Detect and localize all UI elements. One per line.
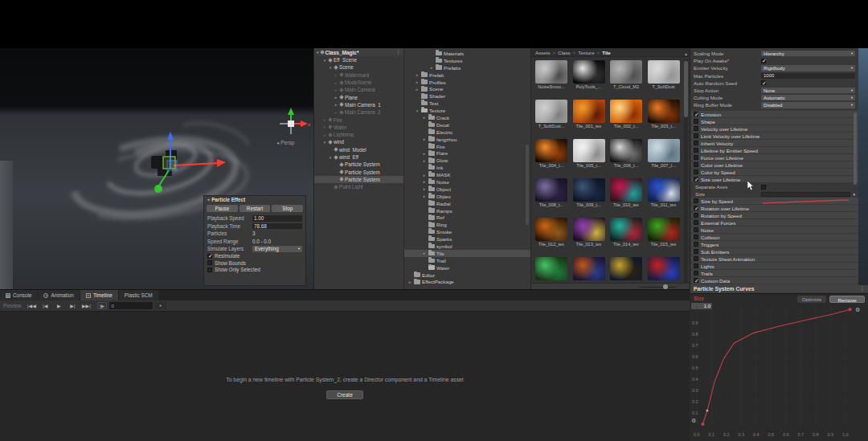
foldout-arrow-icon[interactable]: ▸ xyxy=(422,186,427,191)
module-bar[interactable]: Force over Lifetime xyxy=(691,154,867,161)
project-tree-item[interactable]: ▸Tile xyxy=(404,250,530,257)
module-checkbox[interactable] xyxy=(694,242,698,247)
asset-tile[interactable]: PolyTools_... xyxy=(571,58,608,97)
project-tree-item[interactable]: Editor xyxy=(404,272,530,279)
foldout-arrow-icon[interactable]: ▸ xyxy=(334,72,338,77)
foldout-arrow-icon[interactable]: ▸ xyxy=(407,280,412,284)
transport-button[interactable]: ▶ xyxy=(54,303,63,308)
inspector-scrollbar[interactable] xyxy=(854,112,857,185)
module-bar[interactable]: Emission xyxy=(691,111,867,117)
module-checkbox[interactable] xyxy=(694,112,698,116)
foldout-arrow-icon[interactable]: ▾ xyxy=(317,50,319,55)
tab-console[interactable]: Console xyxy=(0,290,37,300)
module-checkbox[interactable] xyxy=(694,213,698,218)
zoom-slider-track[interactable] xyxy=(640,287,676,288)
size-curve-preview[interactable] xyxy=(761,192,850,197)
preview-toggle[interactable]: Preview xyxy=(3,303,21,308)
asset-tile[interactable]: Tile_012_tex xyxy=(533,215,571,255)
asset-tile[interactable]: Tile_005_t... xyxy=(571,137,608,176)
property-dropdown[interactable]: Automatic▾ xyxy=(761,95,855,100)
module-bar[interactable]: Texture Sheet Animation xyxy=(691,255,867,262)
grid-scrollbar[interactable]: ▲ xyxy=(684,59,688,287)
foldout-arrow-icon[interactable]: ▸ xyxy=(334,110,338,115)
hierarchy-item[interactable]: ▸Lightning xyxy=(314,131,403,138)
module-bar[interactable]: Size over Lifetime xyxy=(691,176,867,182)
foldout-arrow-icon[interactable]: ▾ xyxy=(328,155,333,160)
project-tree-item[interactable]: symbol xyxy=(404,243,530,250)
asset-tile[interactable]: T_SoftDust... xyxy=(533,97,571,137)
foldout-arrow-icon[interactable]: ▸ xyxy=(322,133,327,137)
module-bar[interactable]: Noise xyxy=(691,227,867,233)
foldout-arrow-icon[interactable]: ▸ xyxy=(422,173,427,178)
kebab-menu-icon[interactable]: ⋮ xyxy=(859,285,865,292)
hierarchy-item[interactable]: Particle System_ xyxy=(314,176,403,183)
project-tree-item[interactable]: ▸Noise xyxy=(404,178,530,186)
hierarchy-header[interactable]: ▾ Class_Magic* ⋮ xyxy=(314,48,403,56)
tab-animation[interactable]: Animation xyxy=(38,290,79,300)
restart-button[interactable]: Restart xyxy=(240,205,271,212)
asset-tile[interactable]: T_Cloud_M2 xyxy=(608,58,645,97)
module-bar[interactable]: Lights xyxy=(691,263,867,269)
pause-button[interactable]: Pause xyxy=(207,205,238,212)
project-tree-scrollbar[interactable] xyxy=(526,145,529,225)
module-bar[interactable]: Sub Emitters xyxy=(691,248,867,255)
asset-tile[interactable] xyxy=(645,255,683,282)
module-checkbox[interactable] xyxy=(694,278,698,283)
project-tree-item[interactable]: Trail xyxy=(404,257,530,264)
hierarchy-item[interactable]: Particle System_ xyxy=(314,168,403,175)
property-dropdown[interactable]: Disabled▾ xyxy=(761,102,855,108)
asset-tile[interactable]: Tile_014_tex xyxy=(608,215,645,255)
foldout-arrow-icon[interactable]: ▾ xyxy=(415,108,420,113)
module-checkbox[interactable] xyxy=(694,227,698,232)
asset-tile[interactable] xyxy=(571,255,608,282)
foldout-arrow-icon[interactable]: ▸ xyxy=(334,88,338,92)
hierarchy-item[interactable]: ▾Eff_Scene xyxy=(314,56,403,63)
tab-plastic-scm[interactable]: Plastic SCM xyxy=(119,290,158,300)
project-tree-item[interactable]: ▸Object xyxy=(404,186,530,193)
project-tree-item[interactable]: Shader xyxy=(404,92,530,100)
asset-tile[interactable]: Tile_013_tex xyxy=(571,215,608,255)
hierarchy-item[interactable]: ▸Main Camera xyxy=(314,86,403,93)
foldout-arrow-icon[interactable]: ▸ xyxy=(422,251,427,255)
foldout-arrow-icon[interactable]: ▸ xyxy=(422,137,427,141)
module-bar[interactable]: Trails xyxy=(691,270,867,276)
project-tree-item[interactable]: Radial xyxy=(404,200,530,207)
hierarchy-item[interactable]: ▸Watermark xyxy=(314,71,403,79)
project-tree-item[interactable]: ▸fangzhou xyxy=(404,136,530,143)
asset-tile[interactable]: Tile_010_tex xyxy=(608,176,645,215)
project-tree-item[interactable]: Water xyxy=(404,264,530,272)
module-checkbox[interactable] xyxy=(694,220,698,225)
asset-tile[interactable]: NoiseSmoo... xyxy=(533,58,571,97)
module-bar[interactable]: Inherit Velocity xyxy=(691,140,867,146)
module-bar[interactable]: Collision xyxy=(691,234,867,240)
asset-tile[interactable]: Tile_002_t... xyxy=(608,97,645,137)
breadcrumb-item[interactable]: Assets xyxy=(535,50,551,55)
module-bar[interactable]: Custom Data xyxy=(691,277,867,284)
gear-icon[interactable]: ⚙ xyxy=(691,418,696,424)
module-checkbox[interactable] xyxy=(694,271,698,276)
breadcrumb-item[interactable]: Texture xyxy=(578,50,594,55)
project-tree-item[interactable]: Decal xyxy=(404,121,530,129)
optimize-button[interactable]: Optimize xyxy=(797,296,826,303)
checkbox[interactable] xyxy=(207,267,212,272)
module-checkbox[interactable] xyxy=(694,133,698,138)
project-tree-item[interactable]: ▸Scene xyxy=(404,85,530,92)
project-tree-item[interactable]: Textures xyxy=(404,57,530,64)
foldout-arrow-icon[interactable]: ▸ xyxy=(422,179,427,184)
asset-tile[interactable]: Tile_009_t... xyxy=(571,176,608,215)
module-bar[interactable]: Shape xyxy=(691,118,867,125)
hierarchy-item[interactable]: ▸Main Camera_2 xyxy=(314,108,403,116)
curve-legend[interactable]: Size xyxy=(694,296,704,301)
module-bar[interactable]: Color by Speed xyxy=(691,169,867,175)
foldout-arrow-icon[interactable]: ▸ xyxy=(322,125,327,129)
module-checkbox[interactable] xyxy=(694,155,698,160)
transport-button[interactable]: |◀ xyxy=(40,303,50,308)
asset-tile[interactable]: Tile_006_t... xyxy=(608,137,645,176)
checkbox[interactable] xyxy=(761,59,766,63)
module-bar[interactable]: Velocity over Lifetime xyxy=(691,125,867,132)
value-field[interactable]: 1.00 xyxy=(252,215,302,222)
foldout-arrow-icon[interactable]: ▸ xyxy=(334,95,338,100)
foldout-arrow-icon[interactable]: ▸ xyxy=(429,65,434,70)
persp-label[interactable]: ◂Persp xyxy=(276,140,294,146)
asset-tile[interactable]: T_SoftDust xyxy=(645,58,683,97)
